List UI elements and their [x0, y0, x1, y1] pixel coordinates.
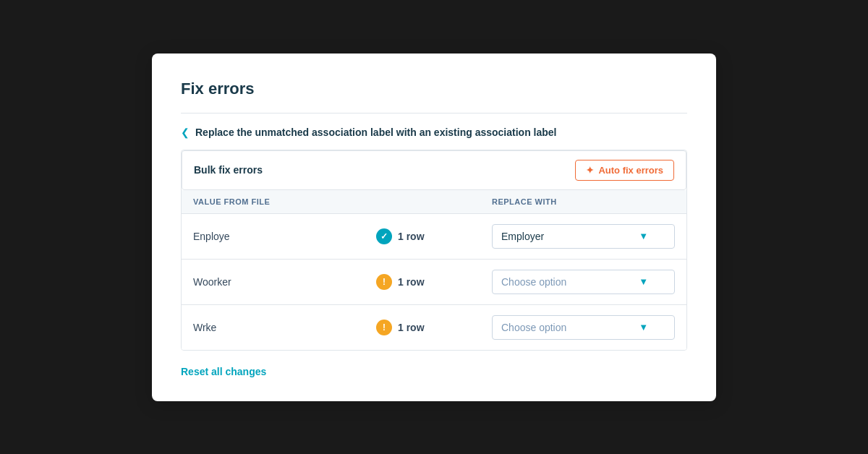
select-employer[interactable]: Employer ▼ — [492, 224, 675, 249]
badge-label-2: 1 row — [398, 276, 425, 288]
cell-select-1: Employer ▼ — [492, 224, 675, 249]
auto-fix-label: Auto fix errors — [598, 165, 663, 176]
bulk-fix-bar: Bulk fix errors ✦ Auto fix errors — [182, 150, 686, 190]
cell-value-3: Wrke — [193, 322, 376, 333]
cell-value-1: Enploye — [193, 231, 376, 242]
auto-fix-button[interactable]: ✦ Auto fix errors — [575, 160, 674, 181]
select-arrow-2: ▼ — [639, 276, 648, 287]
badge-label-1: 1 row — [398, 231, 425, 242]
cell-value-2: Woorker — [193, 276, 376, 288]
select-arrow-3: ▼ — [639, 322, 648, 333]
spark-icon: ✦ — [586, 165, 594, 176]
badge-warning-icon-3: ! — [376, 320, 392, 335]
badge-label-3: 1 row — [398, 322, 425, 333]
cell-badge-3: ! 1 row — [376, 320, 492, 335]
select-arrow-1: ▼ — [639, 231, 648, 241]
title-divider — [181, 113, 687, 113]
cell-select-2: Choose option ▼ — [492, 270, 675, 294]
col-header-value: VALUE FROM FILE — [193, 197, 376, 206]
fix-errors-modal: Fix errors ❮ Replace the unmatched assoc… — [152, 53, 716, 401]
section-header: ❮ Replace the unmatched association labe… — [181, 127, 687, 138]
select-employer-value: Employer — [501, 231, 544, 242]
modal-title: Fix errors — [181, 80, 687, 98]
table-header: VALUE FROM FILE REPLACE WITH — [182, 190, 686, 214]
select-wrke-value: Choose option — [501, 322, 566, 333]
col-header-middle — [376, 197, 492, 206]
cell-badge-1: ✓ 1 row — [376, 228, 492, 244]
cell-select-3: Choose option ▼ — [492, 315, 675, 340]
chevron-icon: ❮ — [181, 127, 190, 138]
select-wrke[interactable]: Choose option ▼ — [492, 315, 675, 340]
fix-errors-table: Bulk fix errors ✦ Auto fix errors VALUE … — [181, 150, 687, 351]
badge-success-icon: ✓ — [376, 228, 392, 244]
col-header-replace: REPLACE WITH — [492, 197, 675, 206]
section-label: Replace the unmatched association label … — [195, 127, 556, 138]
reset-all-button[interactable]: Reset all changes — [181, 366, 266, 377]
bulk-fix-label: Bulk fix errors — [194, 164, 263, 176]
badge-warning-icon-2: ! — [376, 274, 392, 290]
select-woorker-value: Choose option — [501, 276, 566, 288]
table-row: Enploye ✓ 1 row Employer ▼ — [182, 214, 686, 260]
select-woorker[interactable]: Choose option ▼ — [492, 270, 675, 294]
table-row: Wrke ! 1 row Choose option ▼ — [182, 305, 686, 350]
table-row: Woorker ! 1 row Choose option ▼ — [182, 260, 686, 305]
cell-badge-2: ! 1 row — [376, 274, 492, 290]
